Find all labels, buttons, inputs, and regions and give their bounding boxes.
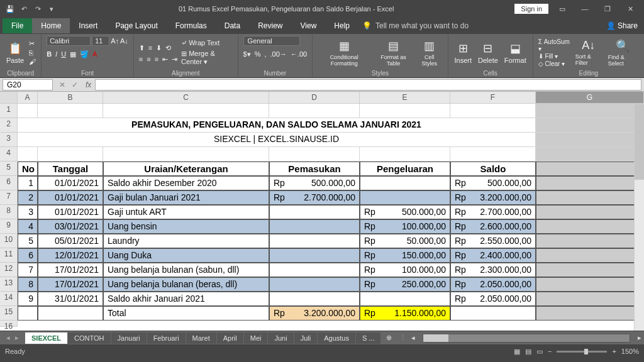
cell[interactable] bbox=[450, 306, 536, 321]
cell[interactable]: Uang Duka bbox=[103, 248, 269, 263]
cell[interactable] bbox=[269, 205, 360, 219]
cell[interactable] bbox=[18, 306, 38, 321]
view-break-icon[interactable]: ▭ bbox=[536, 348, 543, 356]
autosum-button[interactable]: Σ AutoSum ▾ bbox=[538, 38, 570, 52]
signin-button[interactable]: Sign in bbox=[514, 4, 548, 14]
zoom-level[interactable]: 150% bbox=[621, 348, 639, 355]
cell[interactable]: 4 bbox=[18, 219, 38, 234]
zoom-out-icon[interactable]: − bbox=[548, 348, 552, 355]
align-center-icon[interactable]: ≡ bbox=[147, 55, 150, 63]
row-header[interactable]: 10 bbox=[0, 234, 18, 248]
cell[interactable]: Rp2.550.000,00 bbox=[450, 234, 536, 248]
enter-formula-icon[interactable]: ✓ bbox=[72, 80, 78, 89]
cell[interactable]: Tanggal bbox=[38, 162, 103, 176]
cell[interactable] bbox=[360, 147, 450, 162]
row-header[interactable]: 15 bbox=[0, 306, 18, 321]
zoom-slider[interactable] bbox=[557, 351, 607, 353]
number-format-select[interactable]: General bbox=[243, 36, 300, 46]
paste-button[interactable]: 📋Paste bbox=[5, 40, 25, 65]
tab-pagelayout[interactable]: Page Layout bbox=[106, 18, 166, 33]
orientation-icon[interactable]: ⟲ bbox=[165, 44, 171, 52]
format-as-table-button[interactable]: ▤Format as Table bbox=[374, 38, 413, 68]
cell[interactable] bbox=[536, 248, 644, 263]
cell[interactable] bbox=[360, 190, 450, 205]
sheet-tab[interactable]: Juli bbox=[294, 332, 318, 344]
sheet-nav-last-icon[interactable]: ▸ bbox=[15, 334, 19, 342]
row-header[interactable]: 3 bbox=[0, 133, 18, 147]
cell[interactable]: Total bbox=[103, 306, 269, 321]
cell[interactable]: 6 bbox=[18, 248, 38, 263]
row-header[interactable]: 8 bbox=[0, 205, 18, 219]
sheet-nav-first-icon[interactable]: ◂ bbox=[6, 334, 10, 342]
cell[interactable]: Uang belanja bulanan (beras, dll) bbox=[103, 277, 269, 292]
cell[interactable]: Rp100.000,00 bbox=[360, 263, 450, 277]
save-icon[interactable]: 💾 bbox=[4, 3, 16, 15]
cut-icon[interactable]: ✂ bbox=[29, 40, 36, 48]
tab-file[interactable]: File bbox=[3, 18, 32, 33]
new-sheet-icon[interactable]: ⊕ bbox=[381, 334, 397, 342]
fill-button[interactable]: ⬇ Fill ▾ bbox=[538, 53, 570, 60]
cancel-formula-icon[interactable]: ✕ bbox=[59, 80, 65, 89]
cell[interactable] bbox=[38, 104, 103, 118]
sheet-tab[interactable]: CONTOH bbox=[68, 332, 111, 344]
zoom-in-icon[interactable]: + bbox=[612, 348, 616, 355]
font-size-select[interactable]: 11 bbox=[92, 36, 109, 46]
cell[interactable] bbox=[360, 176, 450, 190]
subtitle-cell[interactable]: SIEXCEL | EXCEL.SINAUSE.ID bbox=[18, 133, 536, 147]
tab-formulas[interactable]: Formulas bbox=[167, 18, 216, 33]
sheet-tab[interactable]: Januari bbox=[111, 332, 147, 344]
tab-review[interactable]: Review bbox=[249, 18, 291, 33]
cell[interactable] bbox=[536, 147, 644, 162]
cell[interactable] bbox=[18, 104, 38, 118]
cell[interactable]: 01/01/2021 bbox=[38, 190, 103, 205]
cell[interactable]: Rp50.000,00 bbox=[360, 234, 450, 248]
row-header[interactable]: 7 bbox=[0, 190, 18, 205]
cell[interactable]: Rp3.200.000,00 bbox=[450, 190, 536, 205]
cell[interactable]: 01/01/2021 bbox=[38, 205, 103, 219]
cell[interactable]: 01/01/2021 bbox=[38, 176, 103, 190]
sheet-tab[interactable]: SIEXCEL bbox=[25, 332, 68, 344]
cell[interactable] bbox=[103, 147, 269, 162]
font-color-icon[interactable]: A bbox=[92, 50, 97, 58]
row-header[interactable]: 14 bbox=[0, 292, 18, 306]
cell[interactable]: Pemasukan bbox=[269, 162, 360, 176]
cell[interactable]: Laundry bbox=[103, 234, 269, 248]
align-top-icon[interactable]: ⬆ bbox=[139, 44, 145, 52]
cell[interactable]: Gaji untuk ART bbox=[103, 205, 269, 219]
cell[interactable] bbox=[536, 118, 644, 133]
minimize-icon[interactable]: — bbox=[576, 5, 594, 13]
cell[interactable] bbox=[360, 292, 450, 306]
inc-decimal-icon[interactable]: .00→ bbox=[270, 50, 287, 58]
cell[interactable]: 3 bbox=[18, 205, 38, 219]
cell[interactable] bbox=[536, 162, 644, 176]
sheet-tab[interactable]: Agustus bbox=[318, 332, 356, 344]
cell[interactable]: Rp2.600.000,00 bbox=[450, 219, 536, 234]
name-box[interactable] bbox=[3, 79, 53, 90]
cell[interactable] bbox=[38, 306, 103, 321]
cell[interactable]: 05/01/2021 bbox=[38, 234, 103, 248]
row-header[interactable]: 16 bbox=[0, 321, 18, 327]
qat-more-icon[interactable]: ▾ bbox=[45, 3, 58, 15]
col-header[interactable]: C bbox=[103, 92, 269, 103]
format-painter-icon[interactable]: 🖌 bbox=[29, 58, 36, 65]
row-header[interactable]: 11 bbox=[0, 248, 18, 263]
cell[interactable]: Rp100.000,00 bbox=[360, 219, 450, 234]
tab-insert[interactable]: Insert bbox=[70, 18, 106, 33]
cell[interactable]: Rp2.700.000,00 bbox=[450, 205, 536, 219]
cell[interactable]: Uang bensin bbox=[103, 219, 269, 234]
cell[interactable]: Pengeluaran bbox=[360, 162, 450, 176]
col-header[interactable]: F bbox=[450, 92, 536, 103]
cell[interactable] bbox=[536, 277, 644, 292]
tellme[interactable]: 💡Tell me what you want to do bbox=[362, 21, 469, 30]
accounting-icon[interactable]: $▾ bbox=[243, 50, 251, 58]
align-mid-icon[interactable]: ≡ bbox=[148, 44, 152, 52]
row-header[interactable]: 12 bbox=[0, 263, 18, 277]
tab-help[interactable]: Help bbox=[325, 18, 358, 33]
share-button[interactable]: 👤 Share bbox=[606, 21, 638, 30]
align-right-icon[interactable]: ≡ bbox=[155, 55, 158, 63]
cell[interactable]: Rp2.050.000,00 bbox=[450, 292, 536, 306]
cell[interactable] bbox=[450, 147, 536, 162]
horizontal-scrollbar[interactable] bbox=[423, 334, 630, 343]
cell[interactable] bbox=[536, 104, 644, 118]
cell[interactable]: 31/01/2021 bbox=[38, 292, 103, 306]
